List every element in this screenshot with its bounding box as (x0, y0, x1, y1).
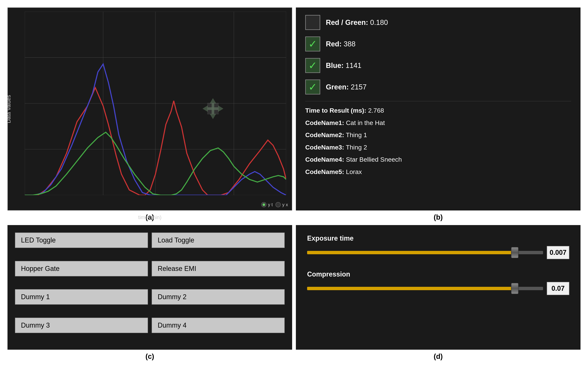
panel-c: LED Toggle Load Toggle Hopper Gate Relea… (8, 225, 292, 360)
led-toggle-button[interactable]: LED Toggle (15, 232, 148, 248)
exposure-time-track-container[interactable] (307, 249, 543, 256)
sliders-container: Exposure time 0.007 Compression (296, 225, 580, 350)
hopper-gate-button[interactable]: Hopper Gate (15, 261, 148, 276)
compression-section: Compression 0.07 (307, 270, 569, 295)
dummy1-button[interactable]: Dummy 1 (15, 289, 148, 304)
radio-yx-group[interactable]: y x (275, 202, 288, 207)
metric-label-rg: Red / Green: 0.180 (326, 18, 388, 27)
chart-container: Data Values 8,192 6, (8, 8, 292, 211)
metric-label-blue: Blue: 1141 (326, 62, 361, 70)
exposure-time-label: Exposure time (307, 234, 569, 242)
compression-track (307, 287, 543, 290)
radio-yt-group[interactable]: y t (261, 202, 273, 207)
load-toggle-button[interactable]: Load Toggle (152, 232, 285, 248)
info-codename4: CodeName4: Star Bellied Sneech (305, 155, 571, 164)
radio-yt[interactable] (261, 202, 266, 207)
metric-label-red: Red: 388 (326, 40, 355, 48)
metric-divider (305, 101, 571, 101)
release-emi-button[interactable]: Release EMI (152, 261, 285, 276)
checkbox-blue[interactable]: ✓ (305, 58, 320, 73)
svg-rect-22 (207, 103, 218, 114)
metric-row-blue: ✓ Blue: 1141 (305, 58, 571, 73)
metric-row-rg: Red / Green: 0.180 (305, 15, 571, 30)
checkmark-red: ✓ (308, 39, 317, 49)
panel-b-caption: (b) (434, 213, 443, 221)
metrics-container: Red / Green: 0.180 ✓ Red: 388 ✓ Blue: 11… (296, 8, 580, 211)
radio-yt-label: y t (268, 202, 273, 207)
compression-label: Compression (307, 270, 569, 278)
buttons-container: LED Toggle Load Toggle Hopper Gate Relea… (8, 225, 292, 350)
dummy2-button[interactable]: Dummy 2 (152, 289, 285, 304)
checkbox-red[interactable]: ✓ (305, 37, 320, 51)
main-grid: Data Values 8,192 6, (0, 0, 588, 368)
info-codename5: CodeName5: Lorax (305, 167, 571, 176)
compression-track-container[interactable] (307, 285, 543, 292)
checkbox-green[interactable]: ✓ (305, 80, 320, 94)
panel-a: Data Values 8,192 6, (8, 8, 292, 221)
panel-b: Red / Green: 0.180 ✓ Red: 388 ✓ Blue: 11… (296, 8, 580, 221)
exposure-time-track (307, 251, 543, 254)
exposure-time-value: 0.007 (547, 246, 569, 259)
info-codename2: CodeName2: Thing 1 (305, 131, 571, 139)
info-time-to-result: Time to Result (ms): 2.768 (305, 106, 571, 115)
x-axis-label: time (min) (138, 214, 161, 221)
panel-d-caption: (d) (434, 352, 443, 360)
radio-yx-label: y x (282, 202, 288, 207)
exposure-time-section: Exposure time 0.007 (307, 234, 569, 259)
compression-thumb[interactable] (511, 283, 519, 294)
chart-inner: 8,192 6,144 4,096 2,048 0 0 0.3 0.5 0.8 … (25, 12, 286, 195)
checkmark-blue: ✓ (308, 60, 317, 71)
compression-row: 0.07 (307, 282, 569, 295)
radio-yx[interactable] (275, 202, 281, 207)
chart-svg: 8,192 6,144 4,096 2,048 0 0 0.3 0.5 0.8 … (25, 12, 286, 195)
panel-d: Exposure time 0.007 Compression (296, 225, 580, 360)
exposure-time-row: 0.007 (307, 246, 569, 259)
checkbox-rg[interactable] (305, 15, 320, 30)
info-codename1: CodeName1: Cat in the Hat (305, 119, 571, 127)
compression-value: 0.07 (547, 282, 569, 295)
dummy4-button[interactable]: Dummy 4 (152, 318, 285, 333)
metric-row-red: ✓ Red: 388 (305, 37, 571, 51)
info-codename3: CodeName3: Thing 2 (305, 143, 571, 152)
exposure-time-thumb[interactable] (511, 247, 519, 258)
dummy3-button[interactable]: Dummy 3 (15, 318, 148, 333)
chart-controls: y t y x (261, 202, 288, 207)
compression-fill (307, 287, 515, 290)
panel-c-caption: (c) (145, 352, 154, 360)
metric-label-green: Green: 2157 (326, 83, 367, 91)
exposure-time-fill (307, 251, 515, 254)
y-axis-label: Data Values (6, 95, 12, 123)
metric-row-green: ✓ Green: 2157 (305, 80, 571, 94)
checkmark-green: ✓ (308, 82, 317, 92)
